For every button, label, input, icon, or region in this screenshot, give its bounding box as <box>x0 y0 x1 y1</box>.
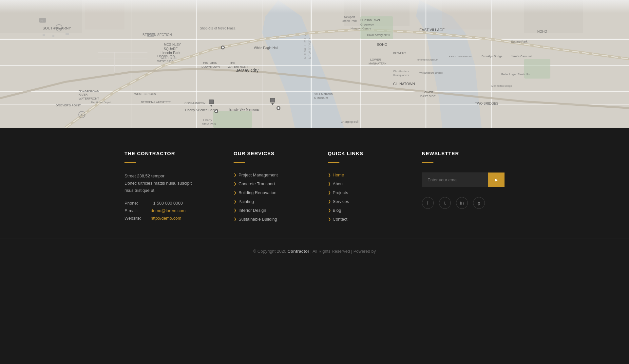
quick-link-item[interactable]: ❯Projects <box>328 190 403 195</box>
svg-text:Headquarters: Headquarters <box>393 74 409 77</box>
svg-text:CHINATOWN: CHINATOWN <box>393 82 415 86</box>
svg-text:& Museum: & Museum <box>314 96 328 100</box>
svg-text:440: 440 <box>58 27 62 30</box>
svg-text:RIVER: RIVER <box>79 93 88 96</box>
list-arrow-icon: ❯ <box>234 208 237 212</box>
services-list: ❯Project Management❯Concrete Transport❯B… <box>234 173 308 222</box>
svg-text:LOWER: LOWER <box>423 91 434 94</box>
svg-text:Katz's Delicatessen: Katz's Delicatessen <box>449 55 472 58</box>
quick-link-item[interactable]: ❯Services <box>328 199 403 204</box>
service-item[interactable]: ❯Interior Design <box>234 208 308 213</box>
company-address: Street 238,52 tempor Donec ultricies mat… <box>124 173 214 194</box>
svg-rect-28 <box>209 100 213 103</box>
phone-row: Phone: +1 500 000 0000 <box>124 201 214 206</box>
svg-text:Liberty Science Center: Liberty Science Center <box>185 108 219 112</box>
quick-link-item[interactable]: ❯Contact <box>328 217 403 222</box>
svg-text:TWO BRIDGES: TWO BRIDGES <box>475 102 498 105</box>
copyright-text: © Copyright 2020 <box>253 249 288 254</box>
svg-rect-17 <box>213 111 252 128</box>
svg-text:Williamsburg Bridge: Williamsburg Bridge <box>419 71 443 74</box>
map-section: SOUTH KEARNY Lincoln Park WEST SIDE . Li… <box>0 0 629 128</box>
svg-text:WEST SIDE: WEST SIDE <box>161 56 177 60</box>
svg-text:NOHO: NOHO <box>537 30 547 33</box>
footer-col-services: OUR SERVICES ❯Project Management❯Concret… <box>234 151 308 226</box>
newsletter-heading: NEWSLETTER <box>422 151 505 156</box>
quick-link-item[interactable]: ❯Blog <box>328 208 403 213</box>
svg-text:SQUARE: SQUARE <box>164 47 178 51</box>
list-arrow-icon: ❯ <box>234 191 237 195</box>
service-item[interactable]: ❯Building Renovation <box>234 190 308 195</box>
svg-text:DOWNTOWN: DOWNTOWN <box>201 65 220 68</box>
svg-text:The Home Depot: The Home Depot <box>91 101 111 104</box>
svg-text:Charging Bull: Charging Bull <box>341 120 358 123</box>
svg-text:BERGEN-LAFAYETTE: BERGEN-LAFAYETTE <box>141 100 171 104</box>
send-icon: ► <box>494 177 499 183</box>
svg-text:State Park: State Park <box>202 122 216 126</box>
svg-text:H: H <box>149 34 151 37</box>
svg-text:Empty Sky Memorial: Empty Sky Memorial <box>229 108 259 111</box>
svg-text:Brooklyn Bridge: Brooklyn Bridge <box>482 55 503 58</box>
social-icons-row: f t in p <box>422 197 505 209</box>
list-arrow-icon: ❯ <box>328 217 331 221</box>
quick-link-item[interactable]: ❯About <box>328 181 403 186</box>
newsletter-submit-button[interactable]: ► <box>488 173 505 187</box>
svg-text:SOUTH KEARNY: SOUTH KEARNY <box>43 26 71 30</box>
list-arrow-icon: ❯ <box>328 182 331 186</box>
list-arrow-icon: ❯ <box>328 208 331 212</box>
svg-text:NUEVA JERSEY: NUEVA JERSEY <box>303 34 307 59</box>
rights-text: | All Rights Reserved | Powered by <box>309 249 376 254</box>
svg-text:THE: THE <box>229 61 235 64</box>
newsletter-email-input[interactable] <box>422 173 488 187</box>
map-svg: SOUTH KEARNY Lincoln Park WEST SIDE . Li… <box>0 0 629 128</box>
linkedin-icon[interactable]: in <box>456 197 468 209</box>
website-link[interactable]: http://demo.com <box>151 216 181 221</box>
twitter-icon[interactable]: t <box>439 197 451 209</box>
svg-text:440: 440 <box>81 114 85 117</box>
svg-text:ShopRite of Metro Plaza: ShopRite of Metro Plaza <box>200 27 236 30</box>
service-item[interactable]: ❯Painting <box>234 199 308 204</box>
svg-text:Newport: Newport <box>344 15 355 19</box>
svg-point-23 <box>277 107 279 109</box>
service-item[interactable]: ❯Project Management <box>234 173 308 177</box>
svg-rect-98 <box>39 18 46 23</box>
service-item[interactable]: ❯Sustainable Building <box>234 217 308 222</box>
list-arrow-icon: ❯ <box>234 199 237 204</box>
svg-text:Hudson River: Hudson River <box>360 18 380 22</box>
list-arrow-icon: ❯ <box>234 173 237 177</box>
service-item[interactable]: ❯Concrete Transport <box>234 181 308 186</box>
svg-text:9/11 Memorial: 9/11 Memorial <box>314 92 333 96</box>
svg-text:DROYER'S POINT: DROYER'S POINT <box>56 104 81 107</box>
svg-text:Greenway: Greenway <box>360 23 374 26</box>
svg-text:Tenement Museum: Tenement Museum <box>416 58 438 61</box>
phone-label: Phone: <box>124 201 147 206</box>
svg-text:NEW JERSEY: NEW JERSEY <box>308 38 312 59</box>
footer-col-newsletter: NEWSLETTER ► f t in p <box>422 151 505 226</box>
email-label: E-mail: <box>124 208 147 213</box>
svg-text:Square Park: Square Park <box>511 40 528 43</box>
brand-name: Contractor <box>288 249 309 254</box>
svg-text:Peter Luger Steak Hou...: Peter Luger Steak Hou... <box>501 73 534 76</box>
svg-text:Ghostbusters: Ghostbusters <box>393 70 409 73</box>
website-label: Website: <box>124 216 147 221</box>
newsletter-form: ► <box>422 173 505 187</box>
links-underline <box>328 162 339 163</box>
links-heading: QUICK LINKS <box>328 151 403 156</box>
svg-rect-105 <box>66 33 69 35</box>
services-heading: OUR SERVICES <box>234 151 308 156</box>
svg-text:BERGEN SECTION: BERGEN SECTION <box>143 33 172 37</box>
email-link[interactable]: demo@lorem.com <box>151 208 185 213</box>
svg-rect-31 <box>271 99 275 102</box>
svg-text:HACKENSACK: HACKENSACK <box>79 89 99 92</box>
list-arrow-icon: ❯ <box>234 182 237 186</box>
footer: THE CONTRACTOR Street 238,52 tempor Done… <box>0 128 629 277</box>
svg-text:MCGINLEY: MCGINLEY <box>164 43 181 46</box>
svg-text:WEST SIDE: WEST SIDE <box>157 60 173 63</box>
svg-text:Newport Centre: Newport Centre <box>351 27 371 30</box>
svg-text:EAST SIDE: EAST SIDE <box>420 95 436 98</box>
facebook-icon[interactable]: f <box>422 197 434 209</box>
svg-text:WEST BERGEN: WEST BERGEN <box>134 92 156 96</box>
pinterest-icon[interactable]: p <box>473 197 485 209</box>
quick-link-item[interactable]: ❯Home <box>328 173 403 177</box>
footer-col-company: THE CONTRACTOR Street 238,52 tempor Done… <box>124 151 214 226</box>
svg-text:Lincoln Park: Lincoln Park <box>161 51 181 55</box>
